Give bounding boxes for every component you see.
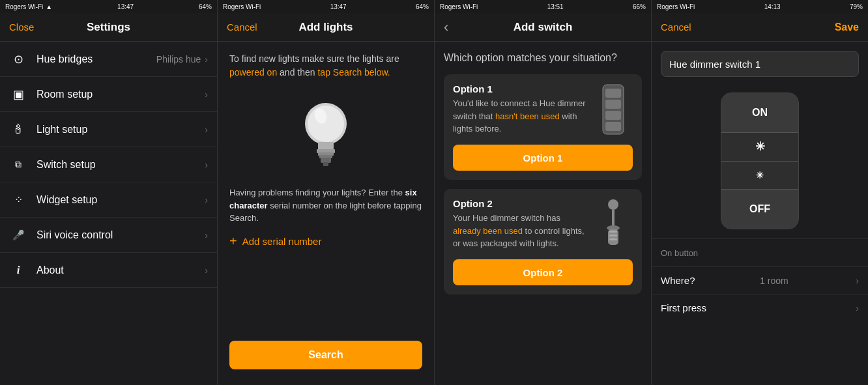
close-button[interactable]: Close [9, 21, 34, 33]
about-label: About [36, 264, 205, 276]
status-bar-4: Rogers Wi-Fi 14:13 79% [652, 0, 868, 13]
option-2-desc: Your Hue dimmer switch has already been … [453, 212, 587, 250]
hue-bridges-value: Philips hue [156, 54, 201, 64]
siri-label: Siri voice control [36, 229, 205, 241]
sidebar-item-switch-setup[interactable]: ⧉ Switch setup › [0, 147, 217, 182]
sidebar-item-hue-bridges[interactable]: ⊙ Hue bridges Philips hue › [0, 42, 217, 77]
svg-rect-7 [321, 158, 331, 163]
option-1-text: Option 1 You'd like to connect a Hue dim… [453, 83, 587, 135]
on-button-section-title: On button [661, 248, 698, 258]
on-button-section: On button [652, 238, 868, 266]
room-setup-icon: ▣ [9, 85, 27, 104]
sidebar-item-siri[interactable]: 🎤 Siri voice control › [0, 218, 217, 253]
option-1-desc: You'd like to connect a Hue dimmer switc… [453, 97, 587, 135]
dim-button-visual[interactable]: ✳ [721, 162, 798, 190]
where-row[interactable]: Where? 1 room › [652, 266, 868, 294]
sidebar-item-widget-setup[interactable]: ⁘ Widget setup › [0, 182, 217, 218]
battery-4: 79% [850, 3, 863, 10]
option-1-row: Option 1 You'd like to connect a Hue dim… [453, 83, 633, 135]
svg-rect-12 [605, 111, 621, 120]
chevron-icon-0: › [205, 54, 208, 64]
status-left-4: Rogers Wi-Fi [657, 3, 695, 10]
first-press-chevron-icon: › [856, 303, 859, 313]
light-setup-icon: 🕯 [9, 121, 27, 139]
add-switch-panel: Rogers Wi-Fi 13:51 66% ‹ Add switch Whic… [434, 0, 651, 385]
carrier-3: Rogers Wi-Fi [440, 3, 478, 10]
on-button-visual[interactable]: ON [721, 93, 798, 133]
dimmer-remote: ON ✳ ✳ OFF [721, 93, 799, 229]
time-4: 14:13 [764, 3, 781, 10]
chevron-icon-2: › [205, 124, 208, 135]
serial-instructions: Having problems finding your lights? Ent… [229, 186, 422, 225]
svg-rect-13 [605, 122, 621, 131]
carrier-2: Rogers Wi-Fi [223, 3, 261, 10]
sidebar-item-room-setup[interactable]: ▣ Room setup › [0, 77, 217, 112]
settings-panel: Rogers Wi-Fi ▲ 13:47 64% Close Settings … [0, 0, 217, 385]
chevron-icon-1: › [205, 89, 208, 100]
status-right-2: 64% [416, 3, 429, 10]
battery-2: 64% [416, 3, 429, 10]
time-3: 13:51 [547, 3, 564, 10]
switch-svg-2 [596, 198, 630, 250]
cancel-button-4[interactable]: Cancel [661, 21, 691, 33]
save-button[interactable]: Save [835, 21, 859, 33]
time-2: 13:47 [330, 3, 347, 10]
option-2-row: Option 2 Your Hue dimmer switch has alre… [453, 198, 633, 250]
which-question: Which option matches your situation? [444, 52, 642, 64]
add-switch-title: Add switch [514, 21, 573, 34]
where-value: 1 room [760, 276, 788, 286]
off-button-visual[interactable]: OFF [721, 190, 798, 229]
option-2-card: Option 2 Your Hue dimmer switch has alre… [444, 189, 642, 294]
option-1-button[interactable]: Option 1 [453, 145, 633, 171]
dim-sun-icon: ✳ [756, 170, 764, 180]
carrier-1: Rogers Wi-Fi [5, 3, 43, 10]
status-right-3: 66% [633, 3, 646, 10]
status-left-1: Rogers Wi-Fi ▲ [5, 3, 52, 10]
status-right-4: 79% [850, 3, 863, 10]
status-bar-1: Rogers Wi-Fi ▲ 13:47 64% [0, 0, 217, 13]
sidebar-item-light-setup[interactable]: 🕯 Light setup › [0, 112, 217, 147]
svg-rect-18 [609, 231, 617, 233]
back-button-3[interactable]: ‹ [444, 19, 448, 36]
chevron-icon-3: › [205, 160, 208, 170]
siri-icon: 🎤 [9, 226, 27, 244]
cancel-button-2[interactable]: Cancel [227, 21, 257, 33]
carrier-4: Rogers Wi-Fi [657, 3, 695, 10]
add-lights-nav: Cancel Add lights [218, 13, 434, 42]
device-name-input[interactable] [661, 51, 859, 77]
add-switch-nav: ‹ Add switch [435, 13, 651, 42]
chevron-icon-5: › [205, 230, 208, 240]
widget-setup-label: Widget setup [36, 194, 205, 206]
svg-rect-15 [612, 210, 615, 225]
brighten-button-visual[interactable]: ✳ [721, 133, 798, 162]
wifi-icon: ▲ [46, 3, 52, 10]
hue-bridges-icon: ⊙ [9, 50, 27, 68]
bulb-illustration [229, 86, 422, 186]
settings-nav: Close Settings [0, 13, 217, 42]
search-button[interactable]: Search [229, 341, 422, 369]
add-serial-row[interactable]: + Add serial number [229, 234, 422, 249]
add-lights-title: Add lights [298, 21, 353, 34]
dimmer-config-panel: Rogers Wi-Fi 14:13 79% Cancel Save ON ✳ … [651, 0, 868, 385]
switch-setup-label: Switch setup [36, 159, 205, 171]
svg-rect-3 [318, 142, 334, 150]
chevron-icon-6: › [205, 265, 208, 276]
time-1: 13:47 [117, 3, 134, 10]
status-bar-2: Rogers Wi-Fi 13:47 64% [218, 0, 434, 13]
option-2-image [594, 198, 633, 250]
option-2-button[interactable]: Option 2 [453, 259, 633, 285]
option-2-heading: Option 2 [453, 198, 587, 209]
svg-rect-8 [323, 162, 328, 166]
add-lights-panel: Rogers Wi-Fi 13:47 64% Cancel Add lights… [217, 0, 434, 385]
add-serial-label: Add serial number [242, 236, 322, 247]
svg-point-1 [308, 106, 344, 142]
chevron-icon-4: › [205, 195, 208, 205]
add-switch-content: Which option matches your situation? Opt… [435, 42, 651, 385]
first-press-row[interactable]: First press › [652, 294, 868, 321]
sidebar-item-about[interactable]: i About › [0, 253, 217, 288]
battery-1: 64% [199, 3, 212, 10]
svg-rect-19 [609, 235, 617, 236]
svg-point-14 [608, 199, 618, 210]
option-1-card: Option 1 You'd like to connect a Hue dim… [444, 74, 642, 180]
plus-icon: + [229, 234, 237, 249]
